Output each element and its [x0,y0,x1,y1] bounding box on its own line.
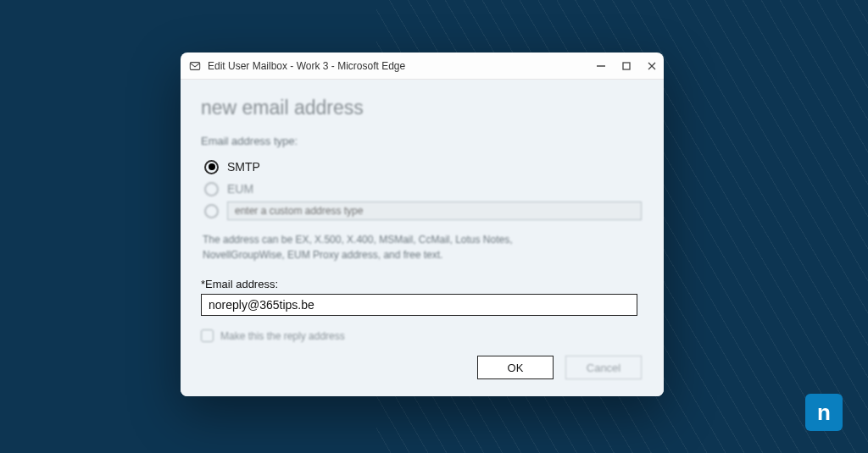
radio-eum-label: EUM [227,182,253,196]
svg-rect-2 [623,63,630,69]
mail-icon [189,60,201,72]
svg-rect-0 [190,62,199,69]
minimize-button[interactable] [596,61,606,71]
reply-checkbox-label: Make this the reply address [220,330,345,342]
dialog-window: Edit User Mailbox - Work 3 - Microsoft E… [181,52,664,396]
checkbox-icon [201,329,214,342]
dialog-content: new email address Email address type: SM… [181,80,664,396]
button-row: OK Cancel [477,356,642,379]
radio-smtp-label: SMTP [227,160,260,174]
custom-type-input[interactable] [227,202,642,220]
help-text: The address can be EX, X.500, X.400, MSM… [203,232,559,262]
radio-smtp[interactable]: SMTP [204,156,642,178]
window-title: Edit User Mailbox - Work 3 - Microsoft E… [208,60,596,72]
radio-group: SMTP EUM [204,156,642,222]
brand-logo-letter: n [817,400,831,426]
brand-logo: n [805,394,843,431]
type-label: Email address type: [201,135,642,147]
reply-checkbox-row[interactable]: Make this the reply address [201,329,642,342]
cancel-button[interactable]: Cancel [565,356,642,379]
close-button[interactable] [647,61,657,71]
maximize-button[interactable] [621,61,632,71]
radio-circle-icon [204,204,219,218]
email-label: *Email address: [201,278,642,290]
ok-button[interactable]: OK [477,356,554,379]
radio-custom[interactable] [204,200,642,222]
window-controls [596,61,657,71]
radio-circle-icon [204,182,219,196]
email-input[interactable] [201,294,637,316]
dialog-heading: new email address [201,97,642,119]
radio-dot-icon [204,160,219,174]
titlebar: Edit User Mailbox - Work 3 - Microsoft E… [181,52,664,80]
radio-eum[interactable]: EUM [204,178,642,200]
